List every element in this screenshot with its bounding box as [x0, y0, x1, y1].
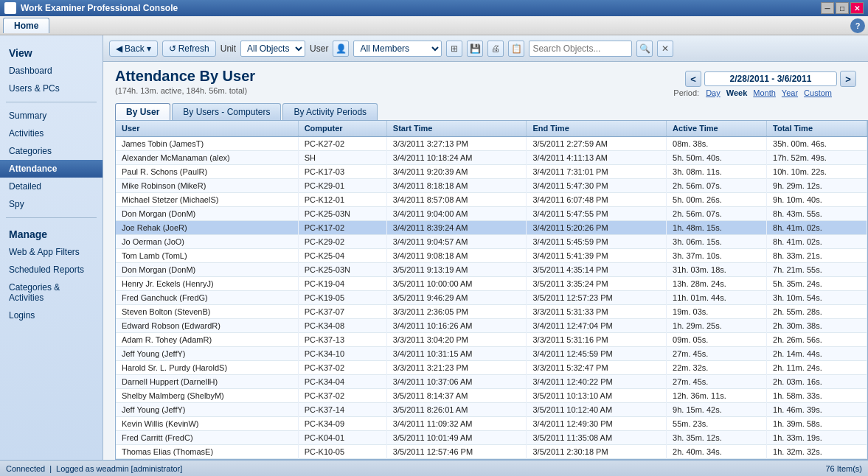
toolbar-action-4[interactable]: 📋 [508, 41, 524, 57]
table-cell-17-2: 3/4/2011 10:37:06 AM [386, 375, 527, 389]
table-cell-0-1: PC-K27-02 [298, 136, 386, 151]
table-cell-10-5: 5h. 35m. 24s. [767, 277, 867, 291]
table-cell-4-1: PC-K12-01 [298, 193, 386, 207]
table-row[interactable]: Harold Sr. L. Purdy (HaroldS)PC-K37-023/… [116, 361, 867, 375]
period-month[interactable]: Month [751, 88, 778, 97]
table-row[interactable]: Alexander McManaman (alex)SH3/4/2011 10:… [116, 151, 867, 165]
sidebar-item-summary[interactable]: Summary [0, 107, 103, 125]
table-cell-13-4: 1h. 29m. 25s. [667, 319, 767, 333]
table-row[interactable]: Don Morgan (DonM)PC-K25-03N3/5/2011 9:13… [116, 263, 867, 277]
clear-search-button[interactable]: ✕ [657, 41, 673, 57]
toolbar: ◀ Back ▾ ↺ Refresh Unit All Objects User… [103, 35, 868, 62]
menu-bar: Home ? [0, 16, 868, 35]
table-cell-1-1: SH [298, 151, 386, 165]
minimize-button[interactable]: ─ [821, 2, 834, 14]
table-cell-19-2: 3/5/2011 8:26:01 AM [386, 403, 527, 417]
table-row[interactable]: Mike Robinson (MikeR)PC-K29-013/4/2011 8… [116, 179, 867, 193]
table-cell-20-4: 55m. 23s. [667, 417, 767, 431]
table-row[interactable]: Fred Carritt (FredC)PC-K04-013/5/2011 10… [116, 431, 867, 445]
table-row[interactable]: Fred Ganchuck (FredG)PC-K19-053/5/2011 9… [116, 291, 867, 305]
search-input[interactable] [529, 41, 632, 57]
table-cell-19-1: PC-K37-14 [298, 403, 386, 417]
back-button[interactable]: ◀ Back ▾ [109, 41, 158, 57]
table-row[interactable]: Michael Stetzer (MichaelS)PC-K12-013/4/2… [116, 193, 867, 207]
col-header-end-time: End Time [527, 121, 667, 136]
sidebar-item-users-pcs[interactable]: Users & PCs [0, 80, 103, 97]
table-row[interactable]: Shelby Malmberg (ShelbyM)PC-K37-023/5/20… [116, 389, 867, 403]
table-cell-9-4: 31h. 03m. 18s. [667, 263, 767, 277]
col-header-total-time: Total Time [767, 121, 867, 136]
tab-by-user[interactable]: By User [115, 103, 170, 120]
table-cell-1-5: 17h. 52m. 49s. [767, 151, 867, 165]
date-range-display[interactable]: 2/28/2011 - 3/6/2011 [704, 71, 837, 86]
table-row[interactable]: Adam R. Tohey (AdamR)PC-K37-133/3/2011 3… [116, 333, 867, 347]
table-cell-22-5: 1h. 32m. 32s. [767, 445, 867, 459]
table-row[interactable]: Tom Lamb (TomL)PC-K25-043/4/2011 9:08:18… [116, 249, 867, 263]
sidebar-item-web-app-filters[interactable]: Web & App Filters [0, 243, 103, 261]
sidebar-item-attendance[interactable]: Attendance [0, 160, 103, 178]
table-cell-16-0: Harold Sr. L. Purdy (HaroldS) [116, 361, 298, 375]
table-cell-3-0: Mike Robinson (MikeR) [116, 179, 298, 193]
status-item-count: 76 Item(s) [825, 464, 862, 473]
table-row[interactable]: Thomas Elias (ThomasE)PC-K10-053/5/2011 … [116, 445, 867, 459]
page-header-right: < 2/28/2011 - 3/6/2011 > Period: Day Wee… [673, 68, 856, 97]
sidebar-item-logins[interactable]: Logins [0, 307, 103, 324]
col-header-active-time: Active Time [667, 121, 767, 136]
tab-by-users-computers[interactable]: By Users - Computers [172, 103, 281, 120]
status-logged-as: Logged as weadmin [administrator] [56, 464, 182, 473]
table-cell-22-0: Thomas Elias (ThomasE) [116, 445, 298, 459]
prev-date-button[interactable]: < [685, 71, 701, 87]
table-row[interactable]: Jo Oerman (JoO)PC-K29-023/4/2011 9:04:57… [116, 235, 867, 249]
sidebar-item-scheduled-reports[interactable]: Scheduled Reports [0, 261, 103, 279]
table-cell-20-1: PC-K34-09 [298, 417, 386, 431]
sidebar-item-spy[interactable]: Spy [0, 195, 103, 213]
table-row[interactable]: Jeff Young (JeffY)PC-K37-143/5/2011 8:26… [116, 403, 867, 417]
table-cell-0-2: 3/3/2011 3:27:13 PM [386, 136, 527, 151]
sidebar-item-dashboard[interactable]: Dashboard [0, 62, 103, 80]
table-cell-13-1: PC-K34-08 [298, 319, 386, 333]
table-cell-5-1: PC-K25-03N [298, 207, 386, 221]
period-year[interactable]: Year [780, 88, 800, 97]
table-row[interactable]: Henry Jr. Eckels (HenryJ)PC-K19-043/5/20… [116, 277, 867, 291]
help-button[interactable]: ? [850, 18, 865, 33]
toolbar-action-2[interactable]: 💾 [467, 41, 483, 57]
table-row[interactable]: Don Morgan (DonM)PC-K25-03N3/4/2011 9:04… [116, 207, 867, 221]
toolbar-action-3[interactable]: 🖨 [487, 41, 504, 57]
table-row[interactable]: Steven Bolton (StevenB)PC-K37-073/3/2011… [116, 305, 867, 319]
table-cell-18-1: PC-K37-02 [298, 389, 386, 403]
sidebar-item-detailed[interactable]: Detailed [0, 178, 103, 195]
search-button[interactable]: 🔍 [636, 41, 653, 57]
table-cell-12-3: 3/3/2011 5:31:33 PM [527, 305, 667, 319]
table-row[interactable]: Joe Rehak (JoeR)PC-K17-023/4/2011 8:39:2… [116, 221, 867, 235]
period-custom[interactable]: Custom [802, 88, 834, 97]
table-row[interactable]: Darnell Huppert (DarnellH)PC-K34-043/4/2… [116, 375, 867, 389]
toolbar-action-1[interactable]: ⊞ [446, 41, 462, 57]
table-row[interactable]: Paul R. Schons (PaulR)PC-K17-033/4/2011 … [116, 165, 867, 179]
table-cell-15-5: 2h. 14m. 44s. [767, 347, 867, 361]
close-button[interactable]: ✕ [850, 2, 864, 14]
table-row[interactable]: Edward Robson (EdwardR)PC-K34-083/4/2011… [116, 319, 867, 333]
table-row[interactable]: James Tobin (JamesT)PC-K27-023/3/2011 3:… [116, 136, 867, 151]
refresh-button[interactable]: ↺ Refresh [162, 41, 216, 57]
table-row[interactable]: Jeff Young (JeffY)PC-K34-103/4/2011 10:3… [116, 347, 867, 361]
data-table: User Computer Start Time End Time Active… [116, 121, 867, 459]
sidebar-item-categories[interactable]: Categories [0, 142, 103, 160]
tab-by-activity-periods[interactable]: By Activity Periods [282, 103, 378, 120]
maximize-button[interactable]: □ [836, 2, 849, 14]
table-cell-2-4: 3h. 08m. 11s. [667, 165, 767, 179]
table-cell-9-5: 7h. 21m. 55s. [767, 263, 867, 277]
sidebar-item-categories-activities[interactable]: Categories & Activities [0, 279, 103, 307]
home-tab[interactable]: Home [3, 18, 49, 33]
next-date-button[interactable]: > [840, 71, 856, 87]
table-cell-8-3: 3/4/2011 5:41:39 PM [527, 249, 667, 263]
user-select[interactable]: All Members [353, 41, 442, 57]
unit-select[interactable]: All Objects [240, 41, 305, 57]
period-week[interactable]: Week [724, 88, 750, 97]
table-cell-19-0: Jeff Young (JeffY) [116, 403, 298, 417]
table-cell-6-2: 3/4/2011 8:39:24 AM [386, 221, 527, 235]
table-cell-12-5: 2h. 55m. 28s. [767, 305, 867, 319]
table-row[interactable]: Kevin Willis (KevinW)PC-K34-093/4/2011 1… [116, 417, 867, 431]
period-day[interactable]: Day [704, 88, 723, 97]
sidebar-item-activities[interactable]: Activities [0, 125, 103, 142]
table-cell-21-0: Fred Carritt (FredC) [116, 431, 298, 445]
